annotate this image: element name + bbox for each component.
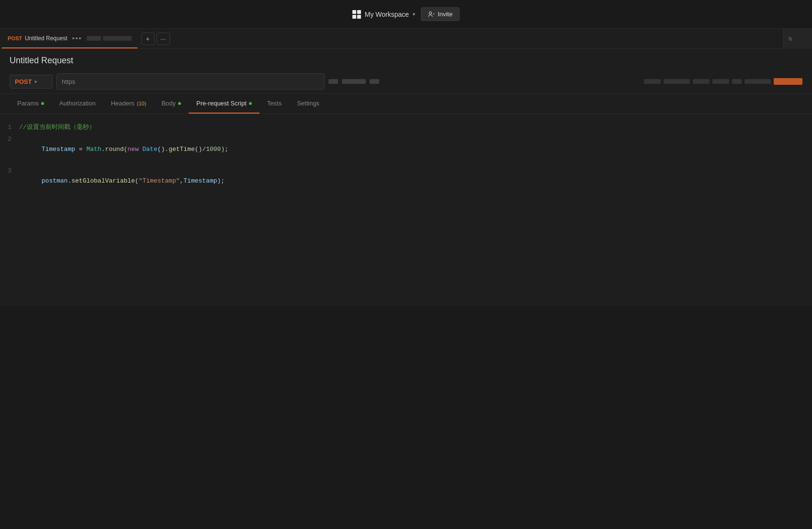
tabs-nav: Params Authorization Headers (10) Body P… [0,94,812,114]
workspace-selector[interactable]: My Workspace ▾ [352,10,415,19]
more-tabs-button[interactable]: ··· [157,33,170,45]
url-input[interactable] [56,73,325,90]
pre-request-indicator [249,102,252,105]
tab-tests[interactable]: Tests [259,94,289,114]
url-blurred-2 [342,79,366,84]
l2-eq: = [75,146,86,153]
l2-gettime: getTime [169,146,195,153]
tab-body[interactable]: Body [154,94,189,114]
url-send[interactable] [774,78,802,85]
tab-dots [72,37,81,39]
svg-point-0 [429,12,432,14]
url-action-1 [644,79,661,84]
url-action-5 [732,79,742,84]
tab-body-label: Body [161,100,176,107]
invite-label: Invite [438,11,452,18]
l3-setglobal: setGlobalVariable [71,177,135,184]
url-blurred-1 [328,79,338,84]
workspace-name: My Workspace [365,11,409,18]
url-action-6 [744,79,771,84]
params-indicator [41,102,44,105]
l2-date: Date [143,146,158,153]
code-line-3: 3 postman.setGlobalVariable("Timestamp",… [0,165,812,197]
url-action-2 [664,79,690,84]
tab-settings-label: Settings [297,100,319,107]
code-editor[interactable]: 1 //设置当前时间戳（毫秒） 2 Timestamp = Math.round… [0,114,812,306]
l2-var: Timestamp [42,146,75,153]
url-action-3 [693,79,710,84]
method-chevron: ▾ [34,79,37,84]
l3-var: Timestamp [183,177,217,184]
invite-button[interactable]: Invite [421,7,460,21]
method-selector[interactable]: POST ▾ [10,75,53,89]
l2-round: round [105,146,124,153]
code-line-1: 1 //设置当前时间戳（毫秒） [0,122,812,134]
tab-pre-request[interactable]: Pre-request Script [189,94,259,114]
line-1-content: //设置当前时间戳（毫秒） [19,123,95,133]
url-blurred-3 [370,79,379,84]
method-label: POST [15,78,32,85]
tab-actions: + ··· [137,33,174,45]
code-line-2: 2 Timestamp = Math.round(new Date().getT… [0,134,812,165]
l3-end: ); [217,177,225,184]
l3-str: "Timestamp" [139,177,180,184]
header: My Workspace ▾ Invite [0,0,812,29]
request-title-bar: Untitled Request [0,49,812,69]
tab-authorization-label: Authorization [59,100,96,107]
active-tab[interactable]: POST Untitled Request [2,29,137,48]
l2-p2: () [158,146,165,153]
request-title[interactable]: Untitled Request [10,56,802,66]
tab-pre-request-label: Pre-request Script [196,100,247,107]
invite-icon [428,11,435,18]
line-number-3: 3 [0,166,19,176]
tab-authorization[interactable]: Authorization [52,94,103,114]
l2-new: new [127,146,142,153]
tab-headers[interactable]: Headers (10) [103,94,154,114]
line-2-content: Timestamp = Math.round(new Date().getTim… [19,135,228,164]
l2-num: 1000 [206,146,221,153]
tab-title: Untitled Request [25,35,68,42]
url-bar: POST ▾ [0,69,812,94]
tab-headers-label: Headers [111,100,135,107]
line-3-content: postman.setGlobalVariable("Timestamp",Ti… [19,166,225,196]
tab-params-label: Params [17,100,39,107]
l2-dot2: . [165,146,169,153]
line-number-2: 2 [0,135,19,145]
url-right-buttons [644,78,802,85]
body-indicator [178,102,181,105]
line-number-1: 1 [0,123,19,133]
chevron-down-icon: ▾ [413,12,415,17]
tab-bar: POST Untitled Request + ··· N [0,29,812,49]
tab-method: POST [8,35,22,41]
l2-end: ); [221,146,228,153]
tab-tests-label: Tests [267,100,282,107]
tab-settings[interactable]: Settings [289,94,327,114]
l3-pm: postman [42,177,68,184]
partial-tab[interactable]: N [783,29,812,49]
l3-p1: ( [135,177,139,184]
l2-math: Math [86,146,101,153]
headers-count: (10) [137,101,147,106]
url-action-4 [712,79,729,84]
add-tab-button[interactable]: + [141,33,155,45]
workspace-grid-icon [352,10,361,19]
tab-params[interactable]: Params [10,94,52,114]
l2-p3: () [195,146,203,153]
